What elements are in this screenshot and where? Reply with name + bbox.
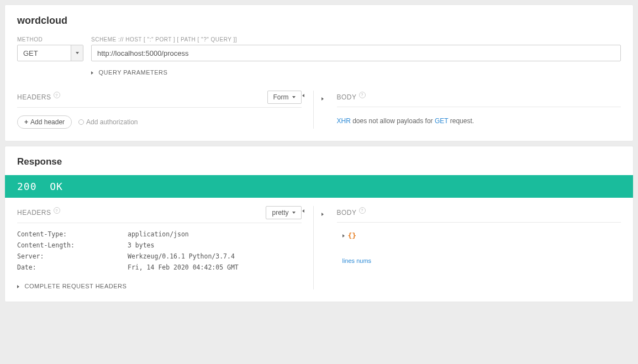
expand-right-control[interactable] bbox=[321, 209, 324, 218]
collapse-left-control[interactable] bbox=[294, 91, 314, 129]
response-title: Response bbox=[5, 146, 633, 175]
response-headers-body-row: HEADERS ? pretty Content-Type:applicatio… bbox=[17, 205, 621, 289]
get-link[interactable]: GET bbox=[435, 117, 448, 125]
plus-icon: + bbox=[24, 118, 28, 126]
key-icon bbox=[78, 119, 84, 125]
method-value: GET bbox=[18, 45, 71, 61]
request-panel: wordcloud METHOD GET SCHEME :// HOST [ "… bbox=[4, 4, 634, 141]
help-icon[interactable]: ? bbox=[359, 207, 366, 214]
query-parameters-label: QUERY PARAMETERS bbox=[99, 69, 168, 76]
request-title: wordcloud bbox=[17, 15, 621, 27]
response-headers-table: Content-Type:application/json Content-Le… bbox=[17, 229, 302, 273]
header-row: Date:Fri, 14 Feb 2020 04:42:05 GMT bbox=[17, 262, 302, 273]
response-headers-header: HEADERS ? pretty bbox=[17, 206, 302, 223]
headers-format-value: Form bbox=[273, 93, 289, 101]
help-icon[interactable]: ? bbox=[359, 92, 366, 98]
xhr-link[interactable]: XHR bbox=[337, 117, 351, 125]
url-column: SCHEME :// HOST [ ":" PORT ] [ PATH [ "?… bbox=[91, 36, 621, 61]
response-body-label: BODY ? bbox=[337, 209, 366, 217]
body-warning-message: XHR does not allow payloads for GET requ… bbox=[337, 117, 621, 125]
chevron-left-icon bbox=[302, 94, 304, 97]
method-label: METHOD bbox=[17, 36, 83, 43]
collapse-left-control[interactable] bbox=[294, 206, 314, 289]
add-authorization-link[interactable]: Add authorization bbox=[78, 118, 138, 126]
header-row: Content-Type:application/json bbox=[17, 229, 302, 240]
chevron-right-icon bbox=[91, 71, 93, 75]
help-icon[interactable]: ? bbox=[54, 92, 60, 98]
header-actions: + Add header Add authorization bbox=[17, 115, 302, 129]
add-authorization-label: Add authorization bbox=[86, 118, 138, 126]
add-header-button[interactable]: + Add header bbox=[17, 115, 72, 129]
chevron-right-icon bbox=[17, 285, 19, 288]
method-dropdown-button[interactable] bbox=[71, 45, 83, 61]
complete-request-headers-toggle[interactable]: COMPLETE REQUEST HEADERS bbox=[17, 283, 302, 289]
header-row: Server:Werkzeug/0.16.1 Python/3.7.4 bbox=[17, 251, 302, 262]
request-headers-header: HEADERS ? Form bbox=[17, 91, 302, 108]
request-headers-section: HEADERS ? Form + Add header Add authoriz… bbox=[17, 91, 314, 129]
url-row: METHOD GET SCHEME :// HOST [ ":" PORT ] … bbox=[17, 36, 621, 61]
chevron-right-icon bbox=[321, 213, 324, 216]
request-body-header: BODY ? bbox=[337, 91, 621, 107]
response-body-section: BODY ? {} lines nums bbox=[314, 206, 621, 289]
method-column: METHOD GET bbox=[17, 36, 83, 61]
help-icon[interactable]: ? bbox=[54, 207, 60, 214]
response-headers-section: HEADERS ? pretty Content-Type:applicatio… bbox=[17, 206, 314, 289]
chevron-right-icon bbox=[321, 97, 324, 101]
header-row: Content-Length:3 bytes bbox=[17, 240, 302, 251]
response-panel: Response 200 OK HEADERS ? pretty bbox=[4, 146, 634, 302]
add-header-label: Add header bbox=[30, 118, 65, 126]
response-headers-label: HEADERS ? bbox=[17, 209, 60, 217]
expand-right-control[interactable] bbox=[321, 94, 324, 102]
chevron-down-icon bbox=[76, 52, 79, 54]
headers-label: HEADERS ? bbox=[17, 93, 60, 101]
url-input[interactable] bbox=[91, 45, 621, 61]
json-root-brace: {} bbox=[348, 231, 357, 240]
status-code: 200 bbox=[17, 181, 37, 192]
chevron-left-icon bbox=[302, 209, 304, 213]
headers-body-row: HEADERS ? Form + Add header Add authoriz… bbox=[17, 90, 621, 129]
request-body-section: BODY ? XHR does not allow payloads for G… bbox=[314, 91, 621, 129]
chevron-right-icon bbox=[342, 234, 345, 238]
query-parameters-toggle[interactable]: QUERY PARAMETERS bbox=[91, 69, 621, 76]
response-body-header: BODY ? bbox=[337, 206, 621, 223]
url-label: SCHEME :// HOST [ ":" PORT ] [ PATH [ "?… bbox=[91, 36, 621, 43]
lines-nums-toggle[interactable]: lines nums bbox=[342, 257, 621, 264]
status-text: OK bbox=[50, 181, 63, 192]
response-headers-format-value: pretty bbox=[272, 209, 288, 217]
method-select[interactable]: GET bbox=[17, 45, 83, 61]
status-bar: 200 OK bbox=[5, 175, 633, 198]
json-body-preview[interactable]: {} bbox=[342, 231, 621, 240]
response-body: HEADERS ? pretty Content-Type:applicatio… bbox=[5, 198, 633, 302]
body-label: BODY ? bbox=[337, 93, 366, 101]
